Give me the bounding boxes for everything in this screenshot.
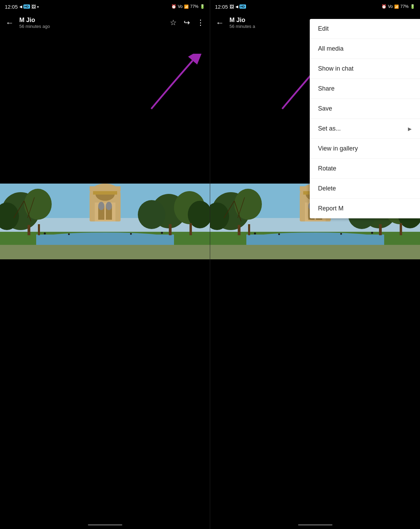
app-bar-left: ← M Jio 56 minutes ago ☆ ↪ ⋮	[0, 12, 210, 33]
battery-icon-right: 🔋	[410, 4, 415, 9]
svg-point-8	[138, 200, 165, 229]
left-phone-panel: 12:05 ◀ HD 🖼 • ⏰ Vo 📶 77% 🔋 ← M Jio 56 m…	[0, 0, 210, 529]
hd-badge-left: HD	[23, 4, 30, 9]
menu-item-delete[interactable]: Delete	[310, 179, 420, 199]
arrow-annotation-left	[141, 54, 203, 116]
menu-label-save: Save	[318, 105, 332, 112]
battery-icon-left: 🔋	[200, 4, 205, 9]
svg-point-15	[98, 202, 104, 210]
wifi-icon-right: Vo	[388, 4, 393, 9]
home-indicator-right	[298, 524, 332, 526]
menu-item-rotate[interactable]: Rotate	[310, 159, 420, 179]
svg-point-66	[371, 232, 373, 234]
menu-item-share[interactable]: Share	[310, 79, 420, 99]
svg-rect-60	[379, 224, 382, 235]
svg-rect-59	[248, 224, 250, 235]
chevron-right-icon: ▶	[408, 126, 412, 132]
svg-point-33	[130, 233, 132, 235]
svg-point-38	[234, 189, 262, 220]
svg-rect-58	[238, 225, 240, 235]
svg-point-32	[68, 234, 70, 235]
home-indicator-left	[88, 524, 122, 526]
india-gate-image-left	[0, 184, 210, 259]
time-right: 12:05	[215, 4, 228, 10]
context-menu: Edit All media Show in chat Share Save S…	[310, 19, 420, 218]
menu-label-edit: Edit	[318, 25, 329, 32]
status-bar-left: 12:05 ◀ HD 🖼 • ⏰ Vo 📶 77% 🔋	[0, 0, 210, 12]
svg-rect-61	[400, 223, 402, 235]
svg-rect-21	[36, 235, 174, 245]
wifi-icon-left: Vo	[178, 4, 183, 9]
battery-right: 77%	[400, 4, 409, 9]
svg-point-3	[24, 189, 52, 220]
svg-point-31	[161, 232, 163, 234]
status-icons-right-left: ⏰ Vo 📶 77% 🔋	[171, 4, 205, 9]
svg-point-67	[278, 234, 280, 235]
menu-item-save[interactable]: Save	[310, 99, 420, 119]
more-button-left[interactable]: ⋮	[194, 15, 207, 30]
svg-rect-57	[210, 245, 420, 259]
star-button-left[interactable]: ☆	[167, 15, 180, 30]
alarm-icon-left: ⏰	[171, 4, 176, 9]
nav-icon-right: ◀	[235, 4, 238, 9]
nav-icon-left: ◀	[19, 4, 22, 9]
svg-point-30	[44, 232, 46, 235]
menu-label-show-in-chat: Show in chat	[318, 65, 354, 72]
svg-rect-23	[28, 225, 30, 235]
svg-rect-56	[246, 235, 384, 245]
image-area-left	[0, 33, 210, 529]
signal-icon-right: 📶	[394, 4, 399, 9]
status-time-right: 12:05 🖼 ◀ HD	[215, 4, 246, 10]
status-time-left: 12:05 ◀ HD 🖼 •	[5, 4, 39, 10]
hd-badge-right: HD	[239, 4, 246, 9]
svg-rect-24	[38, 224, 40, 235]
menu-label-report-m: Report M	[318, 205, 344, 212]
battery-left: 77%	[190, 4, 198, 9]
right-phone-panel: 12:05 🖼 ◀ HD ⏰ Vo 📶 77% 🔋 ← M Jio 56 min…	[210, 0, 420, 529]
dot-icon-left: •	[37, 4, 39, 10]
status-bar-right: 12:05 🖼 ◀ HD ⏰ Vo 📶 77% 🔋	[210, 0, 420, 12]
menu-label-rotate: Rotate	[318, 165, 336, 172]
svg-rect-12	[95, 203, 115, 221]
back-button-right[interactable]: ←	[213, 15, 227, 30]
svg-point-65	[254, 232, 256, 235]
menu-label-share: Share	[318, 85, 335, 92]
menu-item-set-as[interactable]: Set as... ▶	[310, 119, 420, 139]
menu-item-report-m[interactable]: Report M	[310, 199, 420, 218]
svg-rect-25	[169, 224, 172, 235]
menu-label-delete: Delete	[318, 185, 336, 192]
menu-label-view-in-gallery: View in gallery	[318, 145, 358, 152]
svg-point-16	[106, 202, 112, 210]
svg-rect-18	[90, 186, 121, 191]
app-bar-actions-left: ☆ ↪ ⋮	[167, 15, 207, 30]
title-sub-left: 56 minutes ago	[19, 24, 167, 29]
signal-icon-left: 📶	[184, 4, 189, 9]
svg-rect-22	[0, 245, 210, 259]
menu-item-view-in-gallery[interactable]: View in gallery	[310, 139, 420, 159]
back-button-left[interactable]: ←	[3, 15, 17, 30]
menu-item-show-in-chat[interactable]: Show in chat	[310, 59, 420, 79]
title-main-left: M Jio	[19, 17, 167, 24]
menu-label-set-as: Set as...	[318, 125, 341, 132]
svg-rect-26	[189, 223, 192, 235]
menu-item-all-media[interactable]: All media	[310, 39, 420, 59]
svg-point-68	[340, 233, 342, 235]
alarm-icon-right: ⏰	[381, 4, 387, 9]
time-left: 12:05	[5, 4, 18, 10]
menu-label-all-media: All media	[318, 45, 344, 52]
app-title-left: M Jio 56 minutes ago	[17, 17, 167, 29]
image-icon-right: 🖼	[229, 4, 234, 9]
menu-item-edit[interactable]: Edit	[310, 19, 420, 39]
image-icon-left: 🖼	[31, 4, 36, 9]
status-icons-right-right: ⏰ Vo 📶 77% 🔋	[381, 4, 415, 9]
share-button-left[interactable]: ↪	[181, 15, 193, 30]
